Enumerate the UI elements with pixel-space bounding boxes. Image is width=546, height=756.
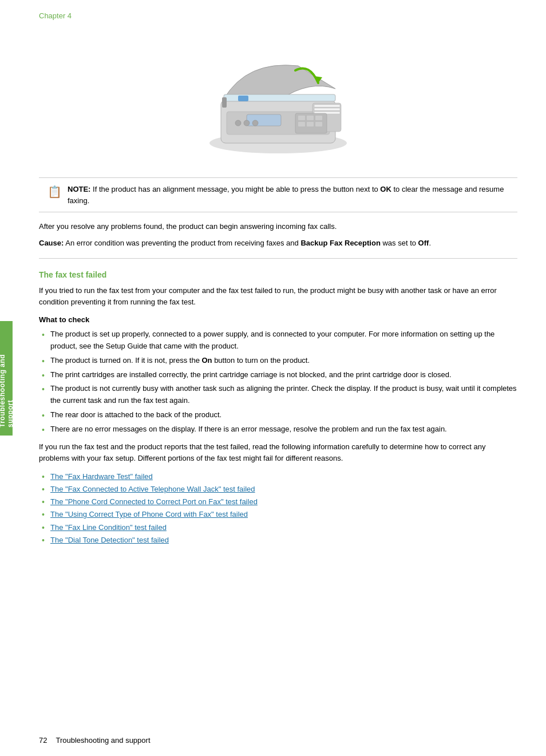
after-bullets-text: If you run the fax test and the product … [39, 441, 517, 465]
fax-wall-jack-link[interactable]: The "Fax Connected to Active Telephone W… [50, 485, 255, 493]
fax-test-heading: The fax test failed [39, 270, 517, 279]
svg-rect-8 [222, 97, 227, 108]
what-to-check-list: The product is set up properly, connecte… [39, 328, 517, 435]
note-body: If the product has an alignment message,… [68, 185, 504, 205]
svg-point-13 [244, 120, 250, 126]
main-content: Chapter 4 [16, 0, 546, 575]
list-item[interactable]: The "Using Correct Type of Phone Cord wi… [39, 508, 517, 521]
list-item: The rear door is attached to the back of… [39, 409, 517, 421]
cause-label: Cause: [39, 239, 64, 247]
svg-rect-21 [315, 122, 322, 126]
cause-text: Cause: An error condition was preventing… [39, 238, 517, 250]
list-item[interactable]: The "Fax Line Condition" test failed [39, 521, 517, 534]
svg-rect-11 [238, 96, 248, 101]
note-text: NOTE: If the product has an alignment me… [68, 184, 509, 206]
fax-port-link[interactable]: The "Phone Cord Connected to Correct Por… [50, 497, 258, 506]
list-item[interactable]: The "Fax Connected to Active Telephone W… [39, 483, 517, 496]
list-item[interactable]: The "Dial Tone Detection" test failed [39, 534, 517, 547]
svg-rect-16 [298, 116, 305, 120]
list-item: There are no error messages on the displ… [39, 423, 517, 436]
svg-rect-4 [314, 105, 340, 107]
cause-body: An error condition was preventing the pr… [64, 239, 431, 247]
svg-point-12 [235, 120, 241, 126]
page-number: 72 [39, 736, 47, 745]
svg-rect-19 [298, 122, 305, 126]
dial-tone-detection-link[interactable]: The "Dial Tone Detection" test failed [50, 536, 169, 544]
fax-links-list: The "Fax Hardware Test" failed The "Fax … [39, 470, 517, 547]
fax-line-condition-link[interactable]: The "Fax Line Condition" test failed [50, 523, 167, 532]
list-item[interactable]: The "Fax Hardware Test" failed [39, 470, 517, 483]
printer-image [187, 34, 370, 160]
section-divider [39, 258, 517, 259]
page-footer: 72 Troubleshooting and support [16, 736, 523, 745]
chapter-label: Chapter 4 [39, 11, 517, 20]
list-item: The product is turned on. If it is not, … [39, 355, 517, 367]
note-label: NOTE: [68, 185, 90, 193]
fax-intro-text: If you tried to run the fax test from yo… [39, 285, 517, 309]
printer-image-container [39, 29, 517, 166]
note-icon: 📋 [48, 185, 62, 199]
sidebar-tab: Troubleshooting and support [0, 321, 13, 436]
list-item: The print cartridges are installed corre… [39, 369, 517, 381]
svg-rect-9 [247, 114, 281, 126]
footer-label: Troubleshooting and support [56, 736, 150, 745]
fax-hardware-test-link[interactable]: The "Fax Hardware Test" failed [50, 472, 153, 481]
list-item[interactable]: The "Phone Cord Connected to Correct Por… [39, 496, 517, 508]
svg-point-14 [252, 120, 258, 126]
svg-rect-18 [315, 116, 322, 120]
svg-rect-17 [307, 116, 314, 120]
list-item: The product is not currently busy with a… [39, 383, 517, 407]
note-box: 📋 NOTE: If the product has an alignment … [39, 177, 517, 212]
svg-rect-5 [314, 108, 340, 110]
what-to-check-heading: What to check [39, 315, 517, 324]
svg-rect-20 [307, 122, 314, 126]
list-item: The product is set up properly, connecte… [39, 328, 517, 353]
fax-cord-type-link[interactable]: The "Using Correct Type of Phone Cord wi… [50, 510, 248, 518]
after-note-text: After you resolve any problems found, th… [39, 221, 517, 233]
